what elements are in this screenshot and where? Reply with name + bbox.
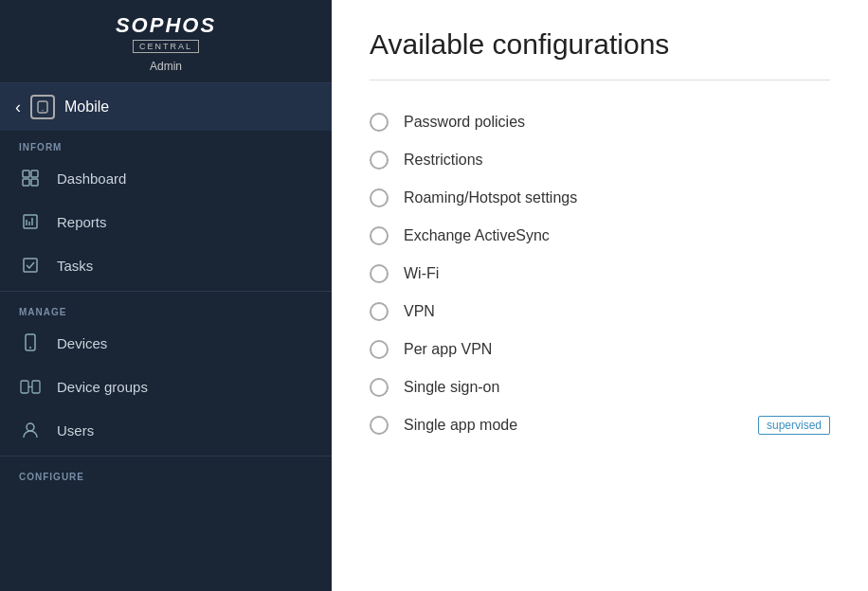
radio-single-sign-on[interactable]: [370, 378, 389, 397]
section-manage: MANAGE Devices Device groups: [0, 296, 332, 452]
sidebar-header: SOPHOS CENTRAL Admin: [0, 0, 332, 83]
radio-exchange-activesync[interactable]: [370, 226, 389, 245]
svg-rect-14: [32, 381, 40, 393]
device-groups-label: Device groups: [57, 379, 148, 395]
reports-icon: [19, 210, 42, 233]
radio-wifi[interactable]: [370, 264, 389, 283]
badge-single-app-mode: supervised: [758, 416, 830, 435]
tasks-icon: [19, 254, 42, 277]
section-configure-label: CONFIGURE: [0, 460, 332, 486]
config-label-single-sign-on: Single sign-on: [404, 379, 830, 396]
radio-single-app-mode[interactable]: [370, 416, 389, 435]
config-item-single-app-mode: Single app modesupervised: [370, 406, 830, 444]
config-list: Password policiesRestrictionsRoaming/Hot…: [370, 103, 830, 444]
devices-icon: [19, 331, 42, 354]
radio-vpn[interactable]: [370, 302, 389, 321]
config-item-single-sign-on: Single sign-on: [370, 368, 830, 406]
sophos-central: CENTRAL: [133, 40, 199, 53]
mobile-icon: [30, 95, 55, 119]
mobile-device-icon: [36, 100, 49, 114]
device-groups-icon: [19, 375, 42, 398]
svg-rect-4: [23, 179, 29, 186]
users-label: Users: [57, 422, 94, 439]
admin-label: Admin: [150, 60, 182, 73]
config-item-wifi: Wi-Fi: [370, 255, 830, 293]
svg-rect-5: [31, 179, 38, 186]
sophos-brand: SOPHOS: [116, 13, 216, 38]
svg-point-12: [29, 347, 31, 349]
sidebar-item-devices[interactable]: Devices: [0, 321, 332, 365]
section-configure: CONFIGURE: [0, 460, 332, 486]
config-item-vpn: VPN: [370, 293, 830, 331]
back-button[interactable]: ‹: [15, 98, 21, 117]
config-item-exchange-activesync: Exchange ActiveSync: [370, 217, 830, 255]
config-label-per-app-vpn: Per app VPN: [404, 341, 830, 358]
config-label-wifi: Wi-Fi: [404, 265, 830, 282]
divider-2: [0, 456, 332, 457]
sidebar: SOPHOS CENTRAL Admin ‹ Mobile INFORM: [0, 0, 332, 591]
dashboard-icon: [19, 167, 42, 189]
svg-point-1: [42, 110, 43, 111]
config-label-restrictions: Restrictions: [404, 152, 830, 169]
content-divider: [370, 80, 830, 81]
config-item-password-policies: Password policies: [370, 103, 830, 141]
mobile-nav-label: Mobile: [64, 98, 109, 116]
config-item-restrictions: Restrictions: [370, 141, 830, 179]
section-inform-label: INFORM: [0, 131, 332, 156]
sidebar-item-tasks[interactable]: Tasks: [0, 243, 332, 287]
config-label-exchange-activesync: Exchange ActiveSync: [404, 227, 830, 244]
main-content: Available configurations Password polici…: [332, 0, 868, 591]
radio-password-policies[interactable]: [370, 113, 389, 132]
config-item-roaming-hotspot: Roaming/Hotspot settings: [370, 179, 830, 217]
section-manage-label: MANAGE: [0, 296, 332, 321]
users-icon: [19, 419, 42, 441]
config-label-password-policies: Password policies: [404, 114, 830, 131]
radio-restrictions[interactable]: [370, 151, 389, 170]
reports-label: Reports: [57, 214, 107, 230]
svg-rect-3: [31, 170, 38, 177]
config-label-vpn: VPN: [404, 303, 830, 320]
svg-rect-6: [24, 215, 37, 228]
svg-rect-10: [24, 259, 37, 272]
dashboard-label: Dashboard: [57, 170, 126, 187]
sidebar-item-device-groups[interactable]: Device groups: [0, 365, 332, 408]
sidebar-item-reports[interactable]: Reports: [0, 200, 332, 243]
divider-1: [0, 291, 332, 292]
svg-rect-13: [21, 381, 28, 393]
logo: SOPHOS CENTRAL: [116, 13, 216, 53]
section-inform: INFORM Dashboard Repo: [0, 131, 332, 287]
radio-roaming-hotspot[interactable]: [370, 188, 389, 207]
radio-per-app-vpn[interactable]: [370, 340, 389, 359]
config-label-single-app-mode: Single app mode: [404, 417, 743, 434]
tasks-label: Tasks: [57, 258, 93, 274]
sidebar-item-users[interactable]: Users: [0, 408, 332, 452]
page-title: Available configurations: [370, 28, 830, 61]
svg-rect-2: [23, 170, 29, 177]
sidebar-item-dashboard[interactable]: Dashboard: [0, 156, 332, 200]
devices-label: Devices: [57, 335, 107, 351]
config-item-per-app-vpn: Per app VPN: [370, 331, 830, 368]
mobile-nav-bar[interactable]: ‹ Mobile: [0, 83, 332, 131]
config-label-roaming-hotspot: Roaming/Hotspot settings: [404, 189, 830, 206]
svg-point-16: [27, 423, 34, 431]
